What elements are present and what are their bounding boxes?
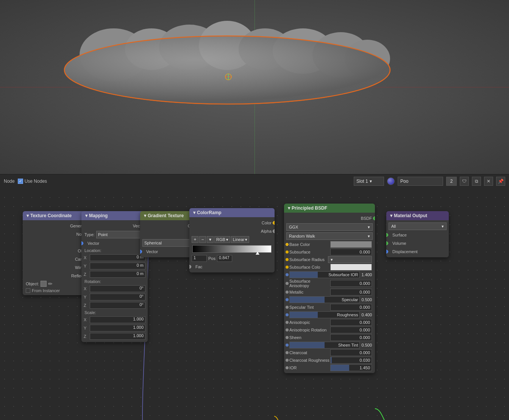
location-x-field[interactable]: 0 m — [90, 254, 145, 261]
node-body-colorramp: Color Alpha + − ▾ RGB ▾ Linear ▾ — [189, 217, 275, 272]
object-field-label: Object: — [26, 282, 39, 286]
node-principled-bsdf[interactable]: ▾ Principled BSDF BSDF GGX ▾ Random Walk… — [284, 204, 375, 373]
colorramp-gradient-bar[interactable] — [192, 245, 272, 253]
node-mapping[interactable]: ▾ Mapping Vector Type: Point ▾ Vector Lo… — [81, 211, 148, 342]
anisotropic-bar[interactable]: 0.000 — [330, 319, 372, 326]
copy-icon-btn[interactable]: ⧉ — [472, 177, 481, 186]
material-name-input[interactable] — [398, 177, 443, 186]
colorramp-remove-btn[interactable]: − — [199, 236, 206, 243]
shield-icon-btn[interactable]: 🛡 — [460, 177, 469, 186]
distribution-dropdown[interactable]: GGX ▾ — [286, 223, 373, 231]
colorramp-rgb-mode[interactable]: RGB ▾ — [214, 236, 230, 243]
interpolation-value: Linear — [233, 237, 245, 242]
bottom-toolbar: Node ✓ Use Nodes Slot 1 ▾ 2 🛡 ⧉ ✕ 📌 — [0, 174, 509, 188]
rotation-y-field[interactable]: 0° — [90, 294, 145, 300]
mapping-title: Mapping — [89, 213, 108, 218]
3d-object — [38, 11, 417, 110]
from-instancer-checkbox[interactable] — [26, 288, 30, 293]
material-sphere-icon — [387, 177, 395, 185]
colorramp-add-btn[interactable]: + — [192, 236, 198, 243]
pos-label: Pos — [208, 256, 215, 261]
subsurface-color-preview[interactable] — [330, 264, 372, 271]
slot-dropdown[interactable]: Slot 1 ▾ — [354, 177, 384, 186]
colorramp-color-socket — [273, 221, 275, 225]
rotation-x-field[interactable]: 0° — [90, 285, 145, 292]
dropper-icon[interactable]: ✏ — [48, 281, 53, 287]
type-dropdown[interactable]: Point ▾ — [96, 231, 145, 238]
location-z-field[interactable]: 0 m — [90, 271, 145, 278]
anisotropic-rotation-bar[interactable]: 0.000 — [330, 327, 372, 333]
mat-output-all-dropdown[interactable]: All ▾ — [389, 222, 447, 230]
subsurface-radius-dropdown[interactable]: ▾ — [328, 256, 372, 263]
collapse-icon: ▾ — [27, 213, 29, 218]
subsurface-anisotropy-socket — [286, 282, 289, 285]
anisotropic-rotation-value: 0.000 — [331, 328, 372, 332]
node-material-output[interactable]: ▾ Material Output All ▾ Surface Volume — [386, 211, 449, 257]
colorramp-pos-field[interactable]: 0.847 — [217, 255, 232, 262]
clearcoat-roughness-bar[interactable]: 0.030 — [330, 357, 372, 364]
sheen-bar[interactable]: 0.000 — [330, 334, 372, 341]
close-icon-btn[interactable]: ✕ — [484, 177, 493, 186]
subsurface-method-dropdown[interactable]: Random Walk ▾ — [286, 232, 373, 240]
node-colorramp[interactable]: ▾ ColorRamp Color Alpha + − ▾ RGB ▾ — [189, 208, 275, 272]
from-instancer-label: From Instancer — [32, 288, 60, 293]
gradient-title: Gradient Texture — [148, 213, 184, 218]
sz-label: Z — [84, 334, 88, 339]
object-picker-icon[interactable] — [41, 281, 47, 287]
colorramp-menu-btn[interactable]: ▾ — [207, 236, 214, 243]
location-y-field[interactable]: 0 m — [90, 263, 145, 269]
scale-z-field[interactable]: 1.000 — [90, 333, 145, 340]
mapping-vector-in-row: Vector — [81, 239, 148, 247]
scale-x-field[interactable]: 1.000 — [90, 316, 145, 323]
use-nodes-checkbox[interactable]: ✓ Use Nodes — [18, 179, 47, 184]
subsurface-row: Subsurface 0.000 — [284, 248, 375, 256]
anisotropic-label: Anisotropic — [289, 320, 330, 325]
bsdf-output-label: BSDF — [361, 216, 372, 221]
surface-socket — [386, 233, 388, 237]
base-color-socket — [286, 243, 289, 246]
node-header-mat-output: ▾ Material Output — [386, 211, 449, 220]
mapping-vector-out-row: Vector — [81, 222, 148, 230]
scale-y-row: Y 1.000 — [81, 324, 148, 332]
viewport[interactable] — [0, 0, 509, 174]
clearcoat-bar[interactable]: 0.000 — [330, 349, 372, 356]
colorramp-index-field[interactable]: 1 — [192, 255, 207, 262]
node-header-colorramp: ▾ ColorRamp — [189, 208, 275, 217]
colorramp-interpolation[interactable]: Linear ▾ — [231, 236, 250, 243]
colorramp-marker[interactable] — [256, 252, 259, 255]
user-count: 2 — [446, 177, 457, 186]
subsurface-radius-socket — [286, 258, 289, 261]
node-editor[interactable]: ▾ Texture Coordinate Generated Normal UV… — [0, 193, 509, 420]
colorramp-color-row: Color — [189, 219, 275, 227]
roughness-bar[interactable]: Roughness — [289, 311, 360, 318]
base-color-preview[interactable] — [330, 241, 372, 248]
subsurface-ior-row: Subsurface IOR 1.400 — [284, 271, 375, 278]
specular-row: Specular 0.500 — [284, 296, 375, 303]
specular-tint-bar[interactable]: 0.000 — [330, 304, 372, 311]
rotation-label: Rotation: — [81, 278, 148, 285]
mapping-vector-in-socket — [81, 241, 83, 245]
ry-label: Y — [84, 295, 88, 299]
colorramp-alpha-label: Alpha — [261, 229, 272, 233]
gradient-vector-socket — [140, 250, 142, 254]
scale-z-row: Z 1.000 — [81, 332, 148, 341]
ior-bar[interactable]: 1.450 — [330, 364, 372, 371]
metallic-bar[interactable]: 0.000 — [330, 289, 372, 296]
anisotropic-rotation-row: Anisotropic Rotation 0.000 — [284, 326, 375, 334]
mapping-vector-in: Vector — [87, 241, 99, 246]
base-color-row: Base Color — [284, 241, 375, 248]
pin-icon-btn[interactable]: 📌 — [496, 177, 505, 186]
sheen-tint-bar[interactable]: Sheen Tint — [289, 342, 360, 348]
type-value: Point — [98, 232, 108, 237]
subsurface-anisotropy-bar[interactable]: 0.000 — [330, 280, 372, 287]
rotation-z-field[interactable]: 0° — [90, 302, 145, 309]
ior-socket — [286, 366, 289, 369]
specular-bar[interactable]: Specular — [289, 296, 360, 303]
clearcoat-roughness-socket — [286, 359, 289, 362]
displacement-row: Displacement — [386, 247, 449, 256]
subsurface-ior-bar[interactable]: Subsurface IOR — [289, 271, 360, 278]
sheen-value: 0.000 — [331, 335, 372, 340]
ior-row: IOR 1.450 — [284, 364, 375, 372]
scale-y-field[interactable]: 1.000 — [90, 325, 145, 331]
subsurface-bar[interactable]: 0.000 — [330, 249, 372, 255]
